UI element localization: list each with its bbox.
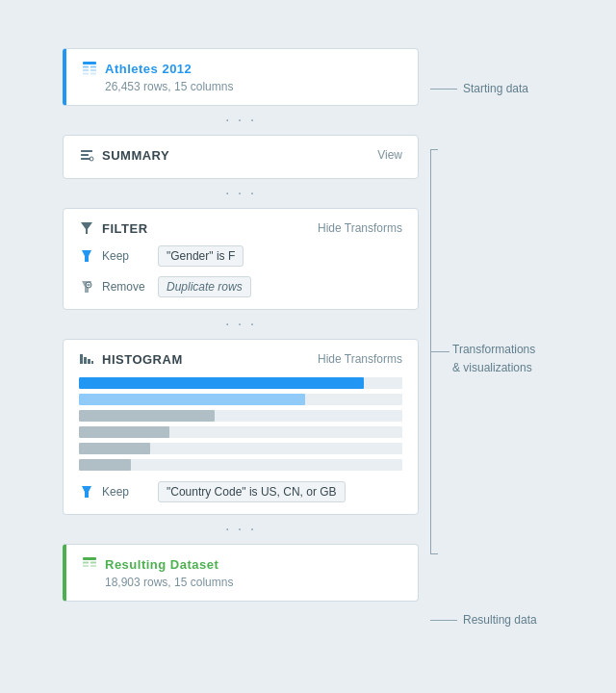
- svg-rect-1: [83, 66, 89, 68]
- table-icon: [82, 61, 97, 76]
- filter-label: FILTER: [102, 221, 148, 236]
- bar-row-2: [79, 393, 402, 406]
- bar-row-1: [79, 376, 402, 390]
- histogram-keep-icon: [79, 484, 94, 500]
- svg-rect-4: [90, 69, 96, 71]
- svg-rect-18: [88, 359, 90, 364]
- resulting-data-title: Resulting Dataset: [82, 556, 218, 572]
- filter-row-remove: Remove Duplicate rows: [79, 276, 402, 297]
- svg-rect-5: [83, 73, 89, 75]
- histogram-keep-value: "Country Code" is US, CN, or GB: [158, 481, 346, 502]
- starting-data-annotation: Starting data: [430, 82, 528, 95]
- filter-row-keep: Keep "Gender" is F: [79, 245, 402, 267]
- resulting-data-annotation: Resulting data: [430, 613, 537, 627]
- keep-icon: [79, 248, 94, 264]
- resulting-data-card: Resulting Dataset 18,903 rows, 15 column…: [63, 544, 419, 602]
- svg-rect-6: [90, 73, 96, 75]
- filter-hide-link[interactable]: Hide Transforms: [318, 221, 402, 235]
- bar-fill-4: [79, 426, 169, 438]
- starting-data-card: Athletes 2012 26,453 rows, 15 columns: [63, 48, 419, 106]
- divider-4: · · ·: [63, 515, 419, 544]
- divider-2: · · ·: [63, 179, 419, 208]
- keep-value: "Gender" is F: [158, 245, 244, 267]
- summary-view-link[interactable]: View: [377, 148, 402, 162]
- svg-marker-12: [82, 250, 91, 262]
- bar-row-3: [79, 409, 402, 423]
- starting-data-name: Athletes 2012: [105, 62, 192, 76]
- bar-fill-1: [79, 377, 364, 389]
- starting-data-label: Starting data: [463, 82, 528, 95]
- svg-rect-0: [83, 62, 96, 64]
- starting-data-title: Athletes 2012: [82, 61, 192, 76]
- bar-row-4: [79, 425, 402, 439]
- svg-rect-25: [90, 565, 96, 567]
- divider-1: · · ·: [63, 106, 419, 135]
- resulting-line: [430, 620, 457, 621]
- summary-card: SUMMARY View: [63, 135, 419, 179]
- resulting-data-label: Resulting data: [463, 613, 537, 627]
- svg-rect-17: [84, 357, 87, 364]
- bar-fill-6: [79, 459, 131, 471]
- summary-label: SUMMARY: [102, 148, 169, 163]
- bar-row-6: [79, 458, 402, 472]
- histogram-label: HISTOGRAM: [102, 352, 183, 367]
- svg-marker-20: [82, 486, 91, 498]
- bar-row-5: [79, 442, 402, 455]
- bar-fill-3: [79, 410, 215, 422]
- svg-rect-23: [90, 562, 96, 564]
- divider-3: · · ·: [63, 310, 419, 339]
- svg-rect-16: [80, 354, 83, 364]
- bar-fill-2: [79, 394, 305, 405]
- svg-rect-3: [83, 69, 89, 71]
- svg-rect-19: [91, 361, 93, 364]
- svg-rect-22: [83, 562, 89, 564]
- remove-icon: [79, 279, 94, 295]
- histogram-keep-row: Keep "Country Code" is US, CN, or GB: [79, 481, 402, 502]
- resulting-table-icon: [82, 556, 97, 572]
- histogram-keep-label: Keep: [102, 485, 150, 499]
- svg-rect-7: [81, 150, 92, 152]
- transform-annotation-text: Transformations& visualizations: [452, 340, 568, 376]
- transform-bracket-bottom: [430, 553, 438, 554]
- svg-rect-2: [90, 66, 96, 68]
- resulting-data-name: Resulting Dataset: [105, 557, 218, 572]
- svg-rect-24: [83, 565, 89, 567]
- histogram-bars-container: [79, 376, 402, 472]
- bar-fill-5: [79, 443, 150, 454]
- starting-line: [430, 89, 457, 90]
- histogram-hide-link[interactable]: Hide Transforms: [318, 352, 402, 366]
- histogram-title: HISTOGRAM: [79, 351, 183, 367]
- svg-rect-21: [83, 557, 96, 560]
- filter-title: FILTER: [79, 220, 148, 236]
- histogram-icon: [79, 351, 94, 367]
- svg-marker-11: [81, 222, 92, 234]
- remove-label: Remove: [102, 280, 150, 294]
- svg-rect-8: [81, 154, 89, 156]
- summary-title: SUMMARY: [79, 147, 169, 163]
- summary-icon: [79, 147, 94, 163]
- transform-h-line: [430, 351, 449, 352]
- histogram-card: HISTOGRAM Hide Transforms: [63, 339, 419, 515]
- starting-data-subtitle: 26,453 rows, 15 columns: [82, 80, 402, 93]
- filter-icon: [79, 220, 94, 236]
- resulting-data-subtitle: 18,903 rows, 15 columns: [82, 576, 402, 589]
- remove-value: Duplicate rows: [158, 276, 251, 297]
- transform-bracket-top: [430, 149, 438, 150]
- filter-card: FILTER Hide Transforms Keep "Gender" is …: [63, 208, 419, 310]
- keep-label: Keep: [102, 249, 150, 263]
